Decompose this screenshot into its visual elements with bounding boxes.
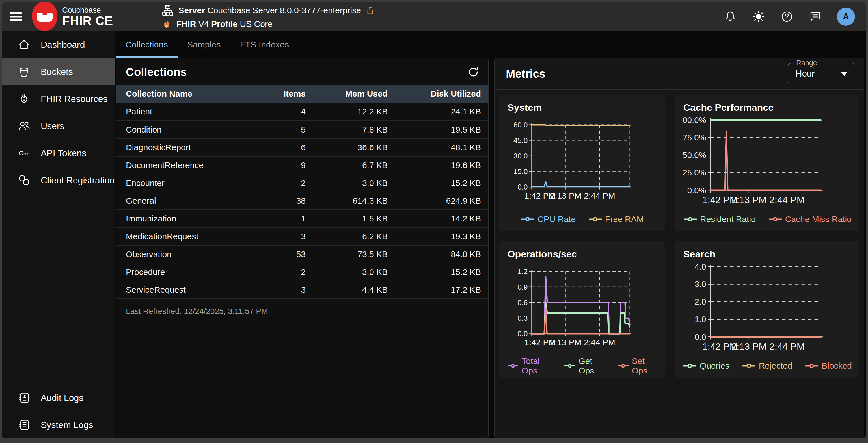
header-icons: A: [724, 8, 855, 26]
svg-text:0.0: 0.0: [518, 183, 528, 191]
chart-legend: Resident RatioCache Miss Ratio: [683, 211, 852, 227]
svg-text:3.0: 3.0: [695, 280, 706, 289]
table-row[interactable]: Condition57.8 KB19.5 KB: [116, 121, 488, 138]
tab-collections[interactable]: Collections: [116, 31, 178, 58]
cell-mem-used: 3.0 KB: [313, 263, 395, 281]
table-row[interactable]: MedicationRequest36.2 KB19.3 KB: [116, 228, 488, 245]
legend-label: Get Ops: [579, 356, 605, 375]
tab-fts-indexes[interactable]: FTS Indexes: [230, 31, 299, 58]
legend-item-queries[interactable]: Queries: [683, 361, 730, 371]
cell-disk-utilized: 48.1 KB: [395, 138, 488, 156]
server-info: Server Couchbase Server 8.0.0-3777-enter…: [161, 4, 375, 29]
avatar[interactable]: A: [837, 8, 855, 26]
table-row[interactable]: Procedure23.0 KB15.2 KB: [116, 263, 488, 281]
metrics-column: Metrics Range Hour System0.015.030.045.0…: [491, 31, 866, 439]
svg-text:75.0%: 75.0%: [683, 133, 706, 142]
sidebar-item-users[interactable]: Users: [2, 112, 115, 140]
legend-label: Rejected: [759, 361, 792, 371]
server-text: Server Couchbase Server 8.0.0-3777-enter…: [179, 6, 361, 15]
sidebar-item-label: FHIR Resources: [41, 94, 108, 104]
legend-item-resident-ratio[interactable]: Resident Ratio: [684, 214, 756, 224]
tab-samples[interactable]: Samples: [178, 31, 230, 58]
metrics-header: Metrics Range Hour: [495, 58, 864, 89]
cell-disk-utilized: 14.2 KB: [395, 210, 488, 228]
legend-item-get-ops[interactable]: Get Ops: [564, 356, 605, 375]
table-row[interactable]: Patient412.2 KB24.1 KB: [116, 103, 488, 121]
cell-mem-used: 614.3 KB: [313, 192, 395, 210]
svg-text:0.0: 0.0: [695, 333, 706, 342]
table-row[interactable]: General38614.3 KB624.9 KB: [116, 192, 488, 210]
sidebar-item-dashboard[interactable]: Dashboard: [2, 31, 115, 58]
legend-mark-icon: [507, 364, 518, 368]
legend-mark-icon: [769, 217, 782, 221]
cell-collection-name: Observation: [116, 245, 242, 263]
sidebar-item-client-registration[interactable]: Client Registration: [2, 167, 115, 194]
app-window: Couchbase FHIR CE Server Couchbase Serve…: [2, 2, 866, 439]
legend-item-total-ops[interactable]: Total Ops: [507, 356, 551, 375]
legend-mark-icon: [564, 364, 575, 368]
cell-collection-name: DiagnosticReport: [116, 138, 242, 156]
server-label: Server: [179, 6, 205, 15]
profile-label: Profile: [211, 19, 238, 29]
legend-item-blocked[interactable]: Blocked: [805, 361, 852, 371]
fhir-text: FHIR V4 Profile US Core: [177, 19, 273, 29]
help-icon[interactable]: [780, 10, 793, 23]
sidebar: DashboardBucketsFHIR ResourcesUsersAPI T…: [2, 31, 115, 439]
chart-plot: 0.015.030.045.060.01:42 PM2:13 PM2:44 PM: [507, 113, 657, 211]
cell-collection-name: Procedure: [116, 263, 242, 281]
table-row[interactable]: Immunization11.5 KB14.2 KB: [116, 210, 488, 228]
fhir-version: V4: [198, 19, 209, 29]
cell-collection-name: General: [116, 192, 242, 210]
brightness-icon[interactable]: [752, 10, 765, 23]
legend-item-free-ram[interactable]: Free RAM: [589, 214, 644, 224]
legend-item-rejected[interactable]: Rejected: [742, 361, 792, 371]
cell-disk-utilized: 17.2 KB: [395, 281, 488, 299]
table-row[interactable]: ServiceRequest34.4 KB17.2 KB: [116, 281, 488, 299]
body: DashboardBucketsFHIR ResourcesUsersAPI T…: [2, 31, 866, 439]
key-icon: [18, 147, 31, 160]
auditlog-icon: [18, 391, 31, 404]
legend-label: Blocked: [822, 361, 852, 371]
chart-legend: QueriesRejectedBlocked: [683, 358, 852, 374]
range-select[interactable]: Range Hour: [788, 63, 855, 84]
svg-text:2:44 PM: 2:44 PM: [769, 341, 804, 352]
hamburger-menu-button[interactable]: [2, 2, 30, 31]
sidebar-item-system-logs[interactable]: System Logs: [2, 411, 115, 439]
sidebar-item-buckets[interactable]: Buckets: [2, 58, 115, 85]
legend-label: Set Ops: [632, 356, 657, 375]
cell-disk-utilized: 19.5 KB: [395, 121, 488, 138]
svg-text:25.0%: 25.0%: [683, 168, 706, 177]
svg-text:60.0: 60.0: [514, 121, 528, 129]
legend-item-cache-miss-ratio[interactable]: Cache Miss Ratio: [769, 214, 851, 224]
legend-item-cpu-rate[interactable]: CPU Rate: [521, 214, 576, 224]
cell-mem-used: 12.2 KB: [313, 103, 395, 121]
notifications-icon[interactable]: [724, 10, 737, 23]
brand-product: FHIR CE: [62, 14, 113, 27]
table-row[interactable]: DiagnosticReport636.6 KB48.1 KB: [116, 138, 488, 156]
table-row[interactable]: Encounter23.0 KB15.2 KB: [116, 174, 488, 192]
feedback-icon[interactable]: [809, 10, 822, 23]
cell-items: 6: [242, 138, 313, 156]
collections-panel-header: Collections: [116, 58, 488, 85]
users-icon: [18, 120, 31, 133]
legend-mark-icon: [684, 217, 697, 221]
svg-text:2:13 PM: 2:13 PM: [550, 338, 582, 347]
sidebar-item-api-tokens[interactable]: API Tokens: [2, 140, 115, 167]
legend-item-set-ops[interactable]: Set Ops: [618, 356, 657, 375]
sidebar-item-audit-logs[interactable]: Audit Logs: [2, 384, 115, 411]
series-cpu-rate: [531, 182, 630, 187]
chart-plot: 0.0%25.0%50.0%75.0%100.0%1:42 PM2:13 PM2…: [683, 113, 852, 211]
cell-items: 1: [242, 210, 313, 228]
screen: Couchbase FHIR CE Server Couchbase Serve…: [0, 0, 868, 443]
refresh-icon[interactable]: [467, 66, 480, 78]
sidebar-item-fhir-resources[interactable]: FHIR Resources: [2, 85, 115, 112]
fhir-label: FHIR: [177, 19, 196, 29]
chart-plot: 0.01.02.03.04.01:42 PM2:13 PM2:44 PM: [683, 260, 852, 358]
legend-mark-icon: [618, 364, 628, 368]
table-row[interactable]: DocumentReference96.7 KB19.6 KB: [116, 156, 488, 174]
legend-label: Cache Miss Ratio: [785, 214, 851, 224]
table-row[interactable]: Observation5373.5 KB84.0 KB: [116, 245, 488, 263]
sidebar-item-label: Users: [41, 121, 64, 131]
sidebar-item-label: Buckets: [41, 67, 73, 77]
svg-text:2:13 PM: 2:13 PM: [550, 191, 582, 200]
